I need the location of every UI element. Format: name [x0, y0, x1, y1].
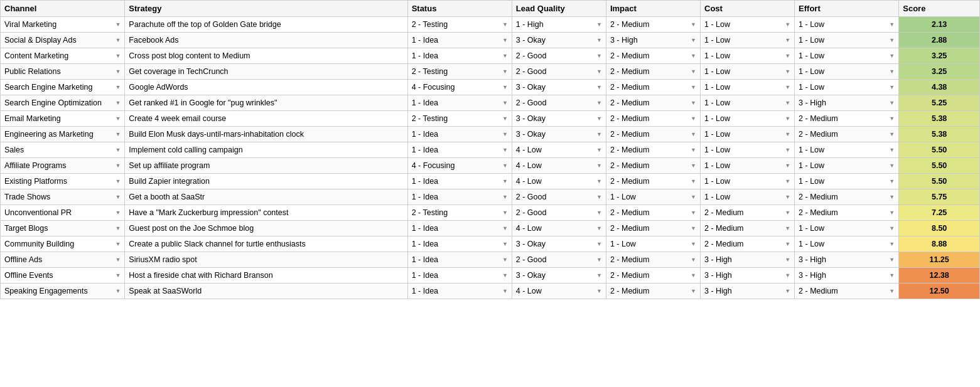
- lead-quality-dropdown-arrow-icon[interactable]: ▼: [596, 272, 602, 278]
- cost-dropdown-arrow-icon[interactable]: ▼: [785, 100, 790, 106]
- impact-dropdown-arrow-icon[interactable]: ▼: [691, 68, 696, 75]
- lead-quality-dropdown-arrow-icon[interactable]: ▼: [596, 257, 602, 263]
- channel-dropdown-arrow-icon[interactable]: ▼: [115, 225, 121, 231]
- impact-dropdown-arrow-icon[interactable]: ▼: [691, 194, 696, 200]
- effort-dropdown-arrow-icon[interactable]: ▼: [889, 162, 895, 169]
- lead-quality-dropdown-arrow-icon[interactable]: ▼: [596, 241, 602, 247]
- channel-dropdown-arrow-icon[interactable]: ▼: [115, 68, 121, 75]
- lead-quality-dropdown-arrow-icon[interactable]: ▼: [596, 178, 602, 184]
- lead-quality-dropdown-arrow-icon[interactable]: ▼: [596, 209, 602, 216]
- status-dropdown-arrow-icon[interactable]: ▼: [502, 178, 508, 184]
- impact-dropdown-arrow-icon[interactable]: ▼: [691, 53, 696, 59]
- cost-dropdown-arrow-icon[interactable]: ▼: [785, 288, 790, 294]
- cost-dropdown-arrow-icon[interactable]: ▼: [785, 272, 790, 278]
- impact-dropdown-arrow-icon[interactable]: ▼: [691, 21, 696, 28]
- status-dropdown-arrow-icon[interactable]: ▼: [502, 162, 508, 169]
- channel-dropdown-arrow-icon[interactable]: ▼: [115, 288, 121, 294]
- lead-quality-dropdown-arrow-icon[interactable]: ▼: [596, 68, 602, 75]
- lead-quality-dropdown-arrow-icon[interactable]: ▼: [596, 115, 602, 122]
- channel-dropdown-arrow-icon[interactable]: ▼: [115, 147, 121, 153]
- effort-dropdown-arrow-icon[interactable]: ▼: [889, 84, 895, 90]
- impact-dropdown-arrow-icon[interactable]: ▼: [691, 225, 696, 231]
- effort-dropdown-arrow-icon[interactable]: ▼: [889, 21, 895, 28]
- status-dropdown-arrow-icon[interactable]: ▼: [502, 272, 508, 278]
- impact-dropdown-arrow-icon[interactable]: ▼: [691, 162, 696, 169]
- effort-dropdown-arrow-icon[interactable]: ▼: [889, 68, 895, 75]
- cost-dropdown-arrow-icon[interactable]: ▼: [785, 131, 790, 137]
- status-dropdown-arrow-icon[interactable]: ▼: [502, 115, 508, 122]
- lead-quality-dropdown-arrow-icon[interactable]: ▼: [596, 100, 602, 106]
- status-dropdown-arrow-icon[interactable]: ▼: [502, 257, 508, 263]
- cost-dropdown-arrow-icon[interactable]: ▼: [785, 21, 790, 28]
- cost-dropdown-arrow-icon[interactable]: ▼: [785, 178, 790, 184]
- effort-dropdown-arrow-icon[interactable]: ▼: [889, 194, 895, 200]
- effort-dropdown-arrow-icon[interactable]: ▼: [889, 272, 895, 278]
- channel-dropdown-arrow-icon[interactable]: ▼: [115, 257, 121, 263]
- cost-dropdown-arrow-icon[interactable]: ▼: [785, 194, 790, 200]
- effort-dropdown-arrow-icon[interactable]: ▼: [889, 209, 895, 216]
- status-dropdown-arrow-icon[interactable]: ▼: [502, 194, 508, 200]
- impact-dropdown-arrow-icon[interactable]: ▼: [691, 131, 696, 137]
- lead-quality-dropdown-arrow-icon[interactable]: ▼: [596, 225, 602, 231]
- lead-quality-dropdown-arrow-icon[interactable]: ▼: [596, 37, 602, 43]
- status-dropdown-arrow-icon[interactable]: ▼: [502, 225, 508, 231]
- cost-dropdown-arrow-icon[interactable]: ▼: [785, 225, 790, 231]
- effort-dropdown-arrow-icon[interactable]: ▼: [889, 257, 895, 263]
- lead-quality-dropdown-arrow-icon[interactable]: ▼: [596, 147, 602, 153]
- status-dropdown-arrow-icon[interactable]: ▼: [502, 241, 508, 247]
- effort-dropdown-arrow-icon[interactable]: ▼: [889, 288, 895, 294]
- status-dropdown-arrow-icon[interactable]: ▼: [502, 21, 508, 28]
- status-dropdown-arrow-icon[interactable]: ▼: [502, 100, 508, 106]
- impact-dropdown-arrow-icon[interactable]: ▼: [691, 147, 696, 153]
- lead-quality-dropdown-arrow-icon[interactable]: ▼: [596, 21, 602, 28]
- lead-quality-dropdown-arrow-icon[interactable]: ▼: [596, 53, 602, 59]
- effort-dropdown-arrow-icon[interactable]: ▼: [889, 241, 895, 247]
- status-dropdown-arrow-icon[interactable]: ▼: [502, 37, 508, 43]
- channel-dropdown-arrow-icon[interactable]: ▼: [115, 178, 121, 184]
- cost-dropdown-arrow-icon[interactable]: ▼: [785, 147, 790, 153]
- effort-dropdown-arrow-icon[interactable]: ▼: [889, 225, 895, 231]
- impact-dropdown-arrow-icon[interactable]: ▼: [691, 100, 696, 106]
- channel-dropdown-arrow-icon[interactable]: ▼: [115, 162, 121, 169]
- channel-dropdown-arrow-icon[interactable]: ▼: [115, 272, 121, 278]
- impact-dropdown-arrow-icon[interactable]: ▼: [691, 257, 696, 263]
- status-dropdown-arrow-icon[interactable]: ▼: [502, 68, 508, 75]
- effort-dropdown-arrow-icon[interactable]: ▼: [889, 115, 895, 122]
- impact-dropdown-arrow-icon[interactable]: ▼: [691, 288, 696, 294]
- channel-dropdown-arrow-icon[interactable]: ▼: [115, 131, 121, 137]
- channel-dropdown-arrow-icon[interactable]: ▼: [115, 84, 121, 90]
- cost-dropdown-arrow-icon[interactable]: ▼: [785, 115, 790, 122]
- status-dropdown-arrow-icon[interactable]: ▼: [502, 53, 508, 59]
- impact-dropdown-arrow-icon[interactable]: ▼: [691, 115, 696, 122]
- effort-dropdown-arrow-icon[interactable]: ▼: [889, 147, 895, 153]
- cost-dropdown-arrow-icon[interactable]: ▼: [785, 68, 790, 75]
- cost-dropdown-arrow-icon[interactable]: ▼: [785, 84, 790, 90]
- lead-quality-dropdown-arrow-icon[interactable]: ▼: [596, 131, 602, 137]
- status-dropdown-arrow-icon[interactable]: ▼: [502, 209, 508, 216]
- status-dropdown-arrow-icon[interactable]: ▼: [502, 288, 508, 294]
- channel-dropdown-arrow-icon[interactable]: ▼: [115, 115, 121, 122]
- effort-dropdown-arrow-icon[interactable]: ▼: [889, 100, 895, 106]
- cost-dropdown-arrow-icon[interactable]: ▼: [785, 257, 790, 263]
- channel-dropdown-arrow-icon[interactable]: ▼: [115, 21, 121, 28]
- cost-dropdown-arrow-icon[interactable]: ▼: [785, 53, 790, 59]
- channel-dropdown-arrow-icon[interactable]: ▼: [115, 209, 121, 216]
- cost-dropdown-arrow-icon[interactable]: ▼: [785, 37, 790, 43]
- lead-quality-dropdown-arrow-icon[interactable]: ▼: [596, 84, 602, 90]
- effort-dropdown-arrow-icon[interactable]: ▼: [889, 37, 895, 43]
- status-dropdown-arrow-icon[interactable]: ▼: [502, 131, 508, 137]
- channel-dropdown-arrow-icon[interactable]: ▼: [115, 100, 121, 106]
- channel-dropdown-arrow-icon[interactable]: ▼: [115, 37, 121, 43]
- status-dropdown-arrow-icon[interactable]: ▼: [502, 84, 508, 90]
- effort-dropdown-arrow-icon[interactable]: ▼: [889, 53, 895, 59]
- effort-dropdown-arrow-icon[interactable]: ▼: [889, 178, 895, 184]
- impact-dropdown-arrow-icon[interactable]: ▼: [691, 241, 696, 247]
- effort-dropdown-arrow-icon[interactable]: ▼: [889, 131, 895, 137]
- cost-dropdown-arrow-icon[interactable]: ▼: [785, 241, 790, 247]
- impact-dropdown-arrow-icon[interactable]: ▼: [691, 209, 696, 216]
- lead-quality-dropdown-arrow-icon[interactable]: ▼: [596, 162, 602, 169]
- impact-dropdown-arrow-icon[interactable]: ▼: [691, 37, 696, 43]
- channel-dropdown-arrow-icon[interactable]: ▼: [115, 241, 121, 247]
- lead-quality-dropdown-arrow-icon[interactable]: ▼: [596, 288, 602, 294]
- channel-dropdown-arrow-icon[interactable]: ▼: [115, 194, 121, 200]
